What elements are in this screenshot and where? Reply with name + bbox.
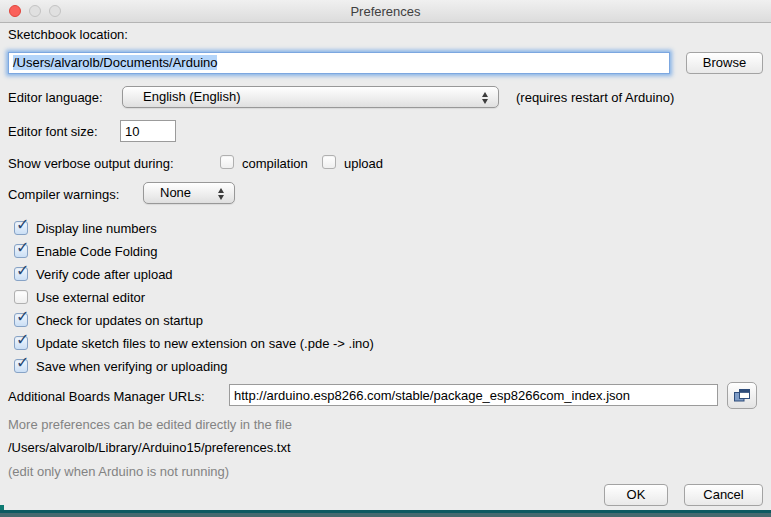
stepper-arrows-icon [482, 91, 489, 105]
cancel-button[interactable]: Cancel [684, 484, 763, 506]
preferences-file-path: /Users/alvarolb/Library/Arduino15/prefer… [8, 440, 291, 456]
display-line-numbers-label: Display line numbers [36, 221, 157, 237]
update-sketch-files-label: Update sketch files to new extension on … [36, 336, 374, 352]
stepper-arrows-icon [218, 187, 225, 201]
editor-language-select[interactable]: English (English) [122, 86, 499, 108]
editor-font-size-label: Editor font size: [8, 124, 98, 140]
checkbox-enable-code-folding[interactable] [14, 244, 28, 258]
overlapping-windows-icon [733, 388, 751, 404]
verify-code-after-upload-label: Verify code after upload [36, 267, 173, 283]
sketchbook-location-input[interactable]: /Users/alvarolb/Documents/Arduino [8, 52, 670, 74]
edit-only-note: (edit only when Arduino is not running) [8, 464, 229, 480]
editor-language-label: Editor language: [8, 90, 103, 106]
save-when-verifying-label: Save when verifying or uploading [36, 359, 228, 375]
compilation-label: compilation [242, 156, 308, 172]
boards-manager-urls-label: Additional Boards Manager URLs: [8, 389, 205, 405]
background-window-fill [0, 513, 771, 517]
verbose-output-label: Show verbose output during: [8, 156, 174, 172]
window-title: Preferences [0, 4, 771, 19]
checkbox-display-line-numbers[interactable] [14, 221, 28, 235]
checkbox-verify-code-after-upload[interactable] [14, 267, 28, 281]
restart-note: (requires restart of Arduino) [516, 90, 674, 106]
title-bar: Preferences [0, 0, 771, 23]
sketchbook-path-selected-text: /Users/alvarolb/Documents/Arduino [13, 55, 217, 70]
checkbox-upload[interactable] [322, 155, 336, 169]
checkbox-update-sketch-files[interactable] [14, 336, 28, 350]
checkbox-compilation[interactable] [220, 155, 234, 169]
checkbox-use-external-editor[interactable] [14, 290, 28, 304]
sketchbook-location-label: Sketchbook location: [8, 27, 128, 43]
checkbox-check-for-updates[interactable] [14, 313, 28, 327]
enable-code-folding-label: Enable Code Folding [36, 244, 157, 260]
check-for-updates-label: Check for updates on startup [36, 313, 203, 329]
open-urls-dialog-button[interactable] [727, 382, 757, 409]
compiler-warnings-select[interactable]: None [143, 182, 235, 204]
boards-manager-urls-input[interactable] [229, 384, 718, 406]
compiler-warnings-value: None [160, 185, 191, 200]
upload-label: upload [344, 156, 383, 172]
compiler-warnings-label: Compiler warnings: [8, 187, 119, 203]
checkbox-save-when-verifying[interactable] [14, 359, 28, 373]
use-external-editor-label: Use external editor [36, 290, 145, 306]
editor-language-value: English (English) [143, 89, 241, 104]
editor-font-size-input[interactable] [120, 120, 176, 142]
browse-button[interactable]: Browse [686, 52, 763, 74]
ok-button[interactable]: OK [604, 484, 668, 506]
more-preferences-note: More preferences can be edited directly … [8, 417, 292, 433]
